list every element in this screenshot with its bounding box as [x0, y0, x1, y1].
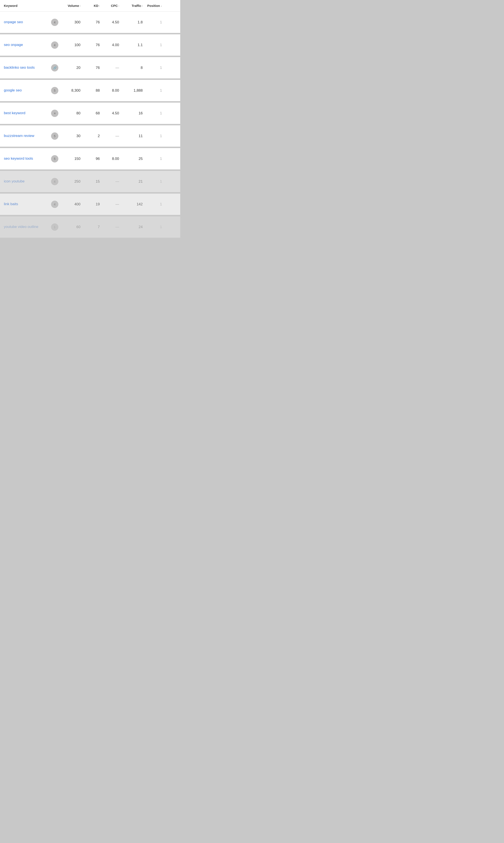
position-cell: 1 — [145, 18, 164, 26]
header-traffic[interactable]: Traffic i — [121, 3, 145, 9]
badge-cell: 4 — [46, 39, 63, 51]
keyword-cell: seo onpage — [0, 39, 46, 51]
traffic-info-icon: i — [142, 4, 143, 7]
position-cell: 1 — [145, 109, 164, 118]
cpc-cell: 4.00 — [102, 41, 121, 49]
keyword-link[interactable]: seo keyword tools — [4, 156, 33, 161]
position-cell: 1 — [145, 41, 164, 49]
cpc-cell: — — [102, 132, 121, 140]
icon-badge: 🔗 — [51, 64, 58, 71]
keyword-link[interactable]: onpage seo — [4, 20, 23, 25]
keyword-table: Keyword Volume i KD i CPC i Traffic i Po… — [0, 0, 180, 238]
number-badge: 1 — [51, 223, 58, 231]
table-row: google seo58,300888.001,8881 — [0, 80, 180, 101]
keyword-cell: seo keyword tools — [0, 153, 46, 165]
volume-cell: 8,300 — [63, 86, 83, 95]
keyword-link[interactable]: icon youtube — [4, 179, 24, 184]
keyword-cell: icon youtube — [0, 175, 46, 188]
cpc-cell: — — [102, 200, 121, 209]
volume-cell: 30 — [63, 132, 83, 140]
position-cell: 1 — [145, 200, 164, 209]
volume-header-label: Volume — [68, 4, 79, 7]
table-body: onpage seo4300764.501.81seo onpage410076… — [0, 12, 180, 238]
number-badge: 4 — [51, 41, 58, 49]
keyword-cell: google seo — [0, 84, 46, 97]
badge-cell: 🔗 — [46, 62, 63, 74]
number-badge: 5 — [51, 87, 58, 94]
number-badge: 5 — [51, 132, 58, 140]
position-cell: 1 — [145, 223, 164, 231]
position-cell: 1 — [145, 155, 164, 163]
badge-cell: 4 — [46, 17, 63, 28]
kd-cell: 7 — [83, 223, 102, 231]
icon-badge: ≡ — [51, 110, 58, 117]
position-cell: 1 — [145, 132, 164, 140]
badge-cell: 1 — [46, 221, 63, 233]
header-kd[interactable]: KD i — [83, 3, 102, 9]
cpc-cell: — — [102, 223, 121, 231]
traffic-cell: 11 — [121, 132, 145, 140]
keyword-header-label: Keyword — [4, 4, 17, 7]
cpc-cell: — — [102, 177, 121, 186]
position-cell: 1 — [145, 64, 164, 72]
badge-cell: 5 — [46, 130, 63, 142]
kd-cell: 76 — [83, 18, 102, 26]
table-row: best keyword≡80684.50161 — [0, 103, 180, 124]
badge-cell: 5 — [46, 85, 63, 96]
cpc-info-icon: i — [119, 4, 119, 7]
badge-cell: 4 — [46, 198, 63, 210]
keyword-link[interactable]: youtube video outline — [4, 225, 38, 229]
volume-cell: 20 — [63, 64, 83, 72]
volume-cell: 250 — [63, 177, 83, 186]
keyword-link[interactable]: best keyword — [4, 111, 25, 116]
traffic-cell: 142 — [121, 200, 145, 209]
position-cell: 1 — [145, 86, 164, 95]
kd-header-label: KD — [94, 4, 98, 7]
cpc-cell: 4.50 — [102, 18, 121, 26]
number-badge: 5 — [51, 155, 58, 162]
table-row: seo onpage4100764.001.11 — [0, 34, 180, 56]
table-row: buzzstream review5302—111 — [0, 125, 180, 147]
traffic-header-label: Traffic — [132, 4, 141, 7]
volume-cell: 400 — [63, 200, 83, 209]
keyword-link[interactable]: buzzstream review — [4, 133, 34, 139]
kd-info-icon: i — [100, 4, 100, 7]
number-badge: 4 — [51, 178, 58, 185]
badge-cell: 4 — [46, 176, 63, 187]
kd-cell: 76 — [83, 41, 102, 49]
keyword-cell: best keyword — [0, 107, 46, 120]
traffic-cell: 21 — [121, 177, 145, 186]
volume-cell: 300 — [63, 18, 83, 26]
kd-cell: 68 — [83, 109, 102, 118]
header-position[interactable]: Position ↓ — [145, 3, 164, 9]
cpc-cell: — — [102, 64, 121, 72]
table-row: icon youtube425015—211 — [0, 171, 180, 192]
table-row: youtube video outline1607—241 — [0, 216, 180, 238]
traffic-cell: 1,888 — [121, 86, 145, 95]
keyword-cell: youtube video outline — [0, 221, 46, 233]
keyword-link[interactable]: backlinko seo tools — [4, 65, 35, 70]
table-header: Keyword Volume i KD i CPC i Traffic i Po… — [0, 0, 180, 12]
cpc-cell: 8.00 — [102, 155, 121, 163]
header-volume[interactable]: Volume i — [63, 3, 83, 9]
header-empty — [46, 3, 63, 9]
cpc-cell: 4.50 — [102, 109, 121, 118]
traffic-cell: 1.1 — [121, 41, 145, 49]
keyword-cell: backlinko seo tools — [0, 61, 46, 74]
badge-cell: 5 — [46, 153, 63, 165]
volume-cell: 80 — [63, 109, 83, 118]
cpc-header-label: CPC — [111, 4, 118, 7]
volume-cell: 100 — [63, 41, 83, 49]
position-sort-icon: ↓ — [161, 4, 162, 7]
keyword-link[interactable]: link baits — [4, 202, 18, 207]
keyword-link[interactable]: seo onpage — [4, 42, 23, 48]
header-cpc[interactable]: CPC i — [102, 3, 121, 9]
position-cell: 1 — [145, 177, 164, 186]
keyword-link[interactable]: google seo — [4, 88, 22, 93]
header-keyword: Keyword — [0, 3, 46, 9]
kd-cell: 19 — [83, 200, 102, 209]
number-badge: 4 — [51, 19, 58, 26]
number-badge: 4 — [51, 201, 58, 208]
keyword-cell: onpage seo — [0, 16, 46, 29]
volume-info-icon: i — [80, 4, 80, 7]
